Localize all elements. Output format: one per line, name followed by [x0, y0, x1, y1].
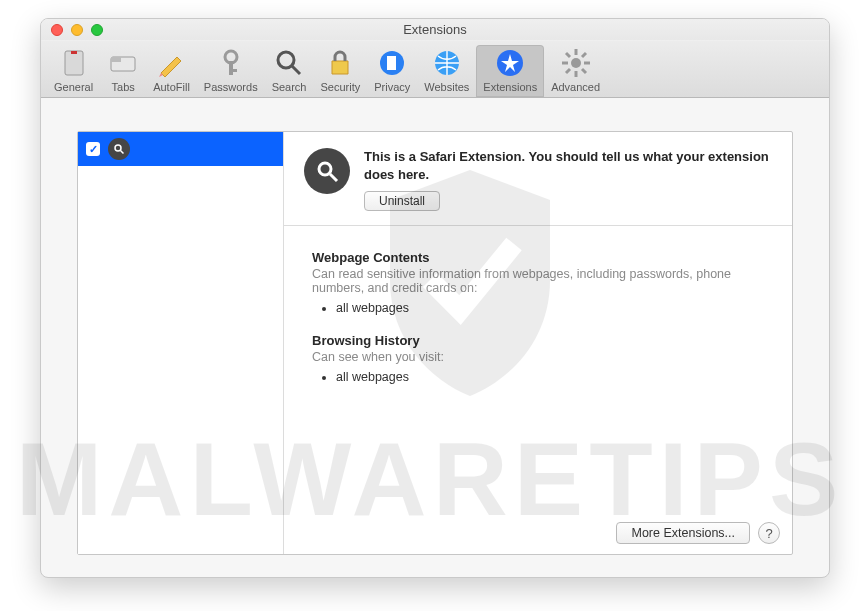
tab-autofill[interactable]: AutoFill [146, 45, 197, 97]
perm-item: all webpages [336, 370, 764, 384]
tab-advanced[interactable]: Advanced [544, 45, 607, 97]
uninstall-button[interactable]: Uninstall [364, 191, 440, 211]
extension-permissions: Webpage Contents Can read sensitive info… [284, 226, 792, 426]
perm-subtext: Can read sensitive information from webp… [312, 267, 764, 295]
extension-detail: This is a Safari Extension. You should t… [284, 132, 792, 554]
security-icon [324, 47, 356, 79]
passwords-icon [215, 47, 247, 79]
extension-list-item[interactable]: ✓ [78, 132, 283, 166]
extensions-panel: ✓ This is a Safari Extension. You should… [77, 131, 793, 555]
extension-magnifier-icon [108, 138, 130, 160]
extension-header: This is a Safari Extension. You should t… [284, 132, 792, 226]
svg-rect-3 [111, 57, 121, 62]
svg-line-24 [121, 151, 124, 154]
titlebar: Extensions [41, 19, 829, 41]
more-extensions-button[interactable]: More Extensions... [616, 522, 750, 544]
svg-rect-1 [71, 51, 77, 54]
tab-search[interactable]: Search [265, 45, 314, 97]
svg-rect-6 [229, 69, 237, 72]
svg-rect-0 [65, 51, 83, 75]
preferences-window: Extensions General Tabs AutoFill Passwor… [40, 18, 830, 578]
tab-websites[interactable]: Websites [417, 45, 476, 97]
tab-privacy[interactable]: Privacy [367, 45, 417, 97]
extensions-sidebar: ✓ [78, 132, 284, 554]
advanced-icon [560, 47, 592, 79]
extension-large-icon [304, 148, 350, 194]
perm-heading: Webpage Contents [312, 250, 764, 265]
perm-heading: Browsing History [312, 333, 764, 348]
tab-label: Websites [424, 81, 469, 93]
extension-enable-checkbox[interactable]: ✓ [86, 142, 100, 156]
svg-rect-10 [387, 56, 396, 70]
tab-label: AutoFill [153, 81, 190, 93]
tab-label: Tabs [112, 81, 135, 93]
tab-label: Privacy [374, 81, 410, 93]
tab-label: General [54, 81, 93, 93]
tab-tabs[interactable]: Tabs [100, 45, 146, 97]
preferences-toolbar: General Tabs AutoFill Passwords Search [41, 41, 829, 98]
extensions-icon [494, 47, 526, 79]
general-icon [58, 47, 90, 79]
tab-passwords[interactable]: Passwords [197, 45, 265, 97]
help-button[interactable]: ? [758, 522, 780, 544]
autofill-icon [155, 47, 187, 79]
tab-label: Search [272, 81, 307, 93]
tab-label: Passwords [204, 81, 258, 93]
svg-line-21 [566, 69, 570, 73]
search-icon [273, 47, 305, 79]
tab-security[interactable]: Security [313, 45, 367, 97]
svg-point-7 [278, 52, 294, 68]
svg-rect-5 [229, 61, 233, 75]
perm-subtext: Can see when you visit: [312, 350, 764, 364]
svg-point-23 [115, 145, 121, 151]
svg-line-8 [292, 66, 300, 74]
privacy-icon [376, 47, 408, 79]
tab-label: Extensions [483, 81, 537, 93]
extension-description: This is a Safari Extension. You should t… [364, 148, 774, 183]
tab-label: Security [320, 81, 360, 93]
svg-line-26 [330, 174, 337, 181]
window-title: Extensions [41, 22, 829, 37]
tabs-icon [107, 47, 139, 79]
svg-line-22 [582, 53, 586, 57]
tab-extensions[interactable]: Extensions [476, 45, 544, 97]
tab-label: Advanced [551, 81, 600, 93]
svg-line-20 [582, 69, 586, 73]
tab-general[interactable]: General [47, 45, 100, 97]
svg-line-19 [566, 53, 570, 57]
svg-point-14 [571, 58, 581, 68]
websites-icon [431, 47, 463, 79]
svg-point-25 [319, 163, 331, 175]
perm-item: all webpages [336, 301, 764, 315]
detail-footer: More Extensions... ? [616, 522, 780, 544]
